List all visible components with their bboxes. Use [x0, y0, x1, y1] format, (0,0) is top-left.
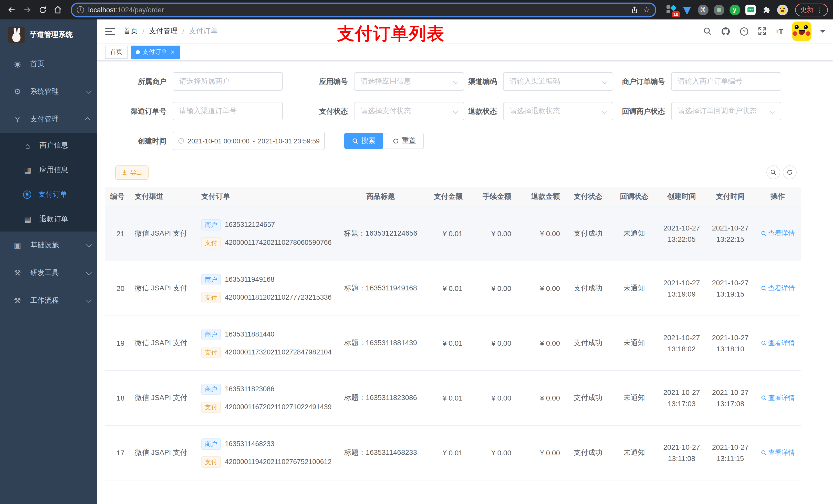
view-detail-link[interactable]: 查看详情	[761, 339, 795, 348]
browser-forward-icon[interactable]	[21, 3, 34, 16]
breadcrumb-item[interactable]: 支付管理	[149, 27, 178, 36]
merchant-input[interactable]: 请选择所属商户	[173, 72, 283, 91]
fullscreen-icon[interactable]	[757, 27, 767, 36]
help-icon[interactable]: ?	[739, 26, 749, 36]
sidebar-item-workflow[interactable]: ⚒工作流程	[0, 287, 97, 314]
browser-home-icon[interactable]	[51, 3, 65, 16]
sidebar-item-dev-tools[interactable]: ⚒研发工具	[0, 259, 97, 287]
tag-支付订单[interactable]: 支付订单×	[130, 45, 180, 58]
filter-group-channel-order-no: 渠道订单号请输入渠道订单号	[106, 102, 283, 120]
share-icon[interactable]	[630, 6, 638, 14]
column-header-fee: 手续金额	[468, 192, 516, 201]
sidebar-item-app-info[interactable]: ▦应用信息	[0, 158, 97, 182]
browser-update-button[interactable]: 更新 ⋮	[795, 3, 828, 16]
refresh-table-button[interactable]	[783, 165, 796, 179]
extension-chat-icon[interactable]	[745, 4, 756, 15]
cell-fee: ¥ 0.00	[468, 394, 516, 402]
view-detail-link[interactable]: 查看详情	[761, 393, 795, 403]
extension-y-icon[interactable]: y	[729, 4, 740, 15]
tag-label: 支付订单	[142, 48, 167, 56]
search-button[interactable]: 搜索	[344, 133, 383, 149]
chevron-down-icon	[770, 109, 776, 114]
order-no-line: 支付4200001174202110278060590766	[201, 237, 329, 248]
filter-group-merchant-order-no: 商户订单编号请输入商户订单编号	[604, 72, 781, 91]
create-time-range-input[interactable]: 2021-10-01 00:00:00 - 2021-10-31 23:59:5…	[173, 131, 325, 150]
notify-status-select[interactable]: 请选择订单回调商户状态	[671, 102, 781, 120]
date-end-value: 2021-10-31 23:59:59	[258, 137, 320, 145]
cell-amount: ¥ 0.01	[427, 339, 468, 347]
extension-gem-icon[interactable]	[681, 4, 693, 15]
merchant-order-no-input[interactable]: 请输入商户订单编号	[671, 72, 781, 91]
font-size-icon[interactable]: TT	[776, 27, 783, 35]
sidebar-item-label: 退款订单	[40, 215, 90, 224]
user-avatar[interactable]	[792, 22, 811, 41]
site-info-icon[interactable]: i	[77, 6, 84, 13]
sidebar-toggle-icon[interactable]	[105, 27, 115, 35]
toggle-search-button[interactable]	[766, 165, 780, 179]
filter-label-channel-order-no: 渠道订单号	[106, 102, 173, 120]
order-no-line: 商户1635311949168	[201, 274, 329, 285]
extension-grid-icon[interactable]: 10	[665, 4, 677, 15]
search-icon[interactable]	[703, 27, 712, 36]
table-row: 19微信 JSAPI 支付商户1635311881440支付4200001173…	[105, 316, 801, 371]
address-bar[interactable]: i localhost:1024/pay/order ☆	[71, 2, 656, 17]
sidebar-item-merchant-info[interactable]: ⌂商户信息	[0, 133, 97, 158]
filter-label-app-no: 应用编号	[287, 72, 354, 91]
bookmark-star-icon[interactable]: ☆	[643, 5, 650, 14]
cell-create_time: 2021-10-2713:17:03	[657, 387, 706, 409]
sidebar-item-refund-order[interactable]: ▤退款订单	[0, 207, 97, 232]
sidebar-item-pay-order[interactable]: ¥支付订单	[0, 182, 97, 207]
extensions-puzzle-icon[interactable]	[761, 4, 772, 15]
cell-id: 21	[105, 230, 129, 238]
sidebar-item-infrastructure[interactable]: ▣基础设施	[0, 232, 97, 259]
view-detail-link[interactable]: 查看详情	[761, 448, 795, 457]
order-no-line: 商户1635311823086	[201, 383, 329, 394]
app-logo[interactable]: 芋道管理系统	[0, 20, 97, 50]
cell-pay_status: 支付成功	[565, 229, 611, 238]
profile-avatar-icon[interactable]	[777, 4, 788, 15]
datetime-value: 2021-10-2713:11:08	[662, 441, 701, 464]
refund-status-select[interactable]: 请选择退款状态	[503, 102, 613, 120]
extension-dot-icon[interactable]	[713, 4, 724, 15]
sidebar-item-payment[interactable]: ¥支付管理	[0, 105, 97, 133]
column-header-id: 编号	[105, 192, 129, 201]
filter-group-refund-status: 退款状态请选择退款状态	[436, 102, 613, 120]
view-detail-label: 查看详情	[768, 448, 795, 457]
table-row: 18微信 JSAPI 支付商户1635311823086支付4200001167…	[105, 371, 801, 426]
browser-back-icon[interactable]	[5, 3, 19, 16]
sidebar-item-label: 基础设施	[30, 241, 86, 250]
browser-menu-icon[interactable]: ⋮	[816, 6, 823, 14]
sidebar-item-system[interactable]: ⚙系统管理	[0, 78, 97, 105]
datetime-value: 2021-10-2713:22:15	[711, 222, 749, 245]
extension-command-icon[interactable]: ⌘	[697, 4, 709, 15]
tag-首页[interactable]: 首页	[105, 45, 127, 58]
avatar-dropdown-icon[interactable]	[820, 30, 825, 35]
view-detail-link[interactable]: 查看详情	[761, 229, 795, 238]
cell-refund: ¥ 0.00	[516, 449, 565, 457]
cell-action: 查看详情	[755, 284, 801, 293]
browser-reload-icon[interactable]	[36, 3, 49, 16]
order-no-line: 支付4200001194202110276752100612	[201, 456, 329, 467]
channel-code-select[interactable]: 请输入渠道编码	[503, 72, 613, 91]
cell-notify_status: 未通知	[611, 339, 657, 348]
channel-order-no-input[interactable]: 请输入渠道订单号	[173, 102, 283, 120]
search-icon	[352, 138, 359, 144]
github-icon[interactable]	[720, 26, 730, 36]
breadcrumb-item[interactable]: 首页	[123, 27, 138, 36]
sidebar-item-label: 首页	[30, 59, 90, 69]
datetime-value: 2021-10-2713:18:02	[662, 332, 701, 355]
export-button[interactable]: 导出	[115, 165, 148, 180]
view-detail-label: 查看详情	[768, 339, 795, 348]
monitor-icon: ▣	[13, 241, 22, 250]
view-detail-link[interactable]: 查看详情	[761, 284, 795, 293]
filter-row-1: 所属商户请选择所属商户应用编号请选择应用信息渠道编码请输入渠道编码商户订单编号请…	[105, 72, 825, 102]
sidebar-item-home[interactable]: ◉首页	[0, 50, 97, 78]
column-header-amount: 支付金额	[427, 192, 468, 201]
sidebar-item-label: 支付订单	[39, 190, 90, 199]
tag-close-icon[interactable]: ×	[171, 49, 174, 55]
reset-button[interactable]: 重置	[385, 133, 424, 149]
sidebar-item-label: 研发工具	[30, 268, 86, 278]
table-row: 17微信 JSAPI 支付商户1635311468233支付4200001194…	[105, 426, 801, 480]
placeholder-text: 请输入渠道编码	[510, 77, 600, 86]
breadcrumb: 首页 / 支付管理 / 支付订单	[123, 27, 218, 36]
